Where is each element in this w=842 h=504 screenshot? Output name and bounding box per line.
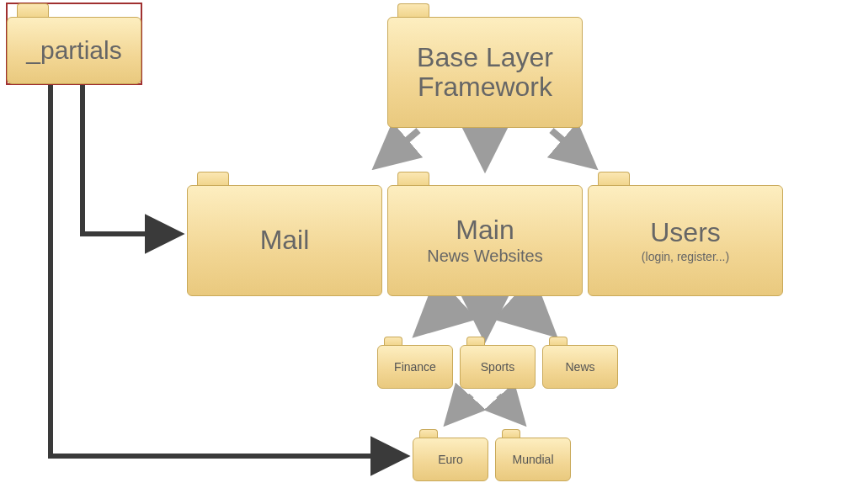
svg-line-2 [552, 130, 591, 164]
folder-mundial-label: Mundial [512, 453, 553, 466]
svg-line-5 [518, 301, 549, 330]
folder-news-label: News [565, 360, 594, 374]
folder-finance: Finance [377, 337, 453, 389]
diagram-stage: _partials Base Layer Framework Mail Main… [0, 0, 842, 504]
folder-main-label: Main [456, 215, 514, 245]
folder-euro-label: Euro [438, 453, 463, 466]
folder-base-line1: Base Layer [417, 43, 553, 72]
svg-line-6 [449, 395, 472, 421]
folder-tab-icon [197, 172, 229, 186]
folder-partials: _partials [7, 3, 141, 84]
folder-partials-label: _partials [26, 36, 121, 65]
folder-finance-label: Finance [394, 360, 436, 374]
folder-users: Users (login, register...) [588, 172, 783, 296]
folder-mail: Mail [187, 172, 382, 296]
folder-mail-label: Mail [260, 225, 310, 255]
folder-sports-label: Sports [481, 360, 514, 374]
folder-base-line2: Framework [418, 72, 552, 102]
folder-euro: Euro [413, 429, 488, 481]
svg-line-7 [498, 395, 521, 421]
folder-sports: Sports [460, 337, 536, 389]
folder-users-sub: (login, register...) [642, 250, 729, 263]
folder-news: News [542, 337, 618, 389]
folder-users-label: Users [650, 218, 721, 247]
svg-line-3 [421, 301, 452, 330]
folder-tab-icon [598, 172, 630, 186]
folder-tab-icon [397, 172, 429, 186]
folder-main-sub: News Websites [427, 247, 542, 266]
folder-mundial: Mundial [495, 429, 571, 481]
svg-line-0 [379, 130, 418, 164]
folder-tab-icon [17, 3, 49, 18]
folder-main: Main News Websites [387, 172, 583, 296]
folder-base: Base Layer Framework [387, 3, 583, 128]
folder-tab-icon [397, 3, 429, 18]
